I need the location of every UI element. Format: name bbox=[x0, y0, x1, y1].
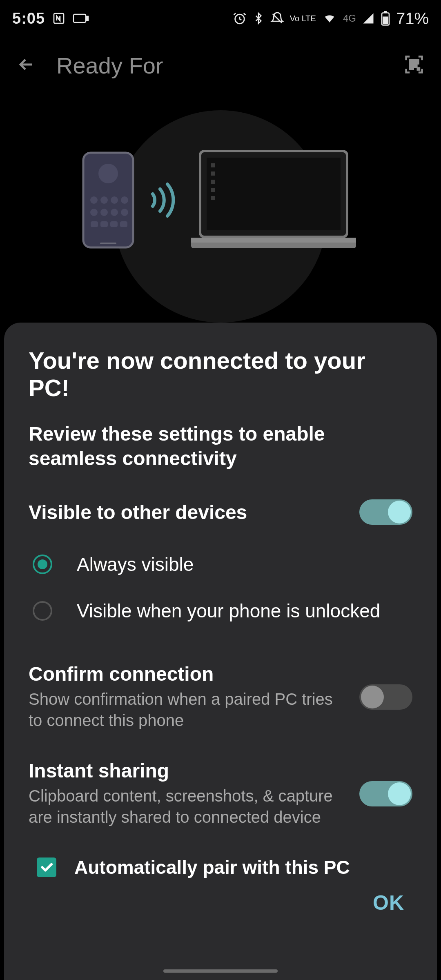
bluetooth-icon bbox=[252, 11, 265, 25]
svg-point-17 bbox=[121, 196, 128, 204]
volte-icon: Vo LTE bbox=[290, 15, 316, 22]
svg-rect-25 bbox=[120, 221, 127, 227]
svg-rect-8 bbox=[415, 60, 419, 64]
svg-rect-22 bbox=[91, 221, 98, 227]
radio-icon bbox=[33, 601, 52, 621]
app-bar: Ready For bbox=[0, 37, 441, 94]
battery-percent: 71% bbox=[396, 9, 429, 28]
dnd-icon bbox=[270, 11, 284, 25]
volte-text: Vo LTE bbox=[290, 15, 316, 22]
back-icon[interactable] bbox=[16, 55, 36, 76]
status-time: 5:05 bbox=[12, 10, 45, 27]
visible-label: Visible to other devices bbox=[29, 501, 247, 523]
instant-toggle[interactable] bbox=[359, 781, 412, 806]
battery-icon bbox=[381, 11, 390, 26]
checkbox-icon bbox=[37, 858, 56, 877]
radio-icon bbox=[33, 555, 52, 574]
svg-rect-1 bbox=[74, 14, 86, 22]
svg-rect-29 bbox=[211, 163, 215, 167]
svg-point-15 bbox=[100, 196, 108, 204]
autopair-row[interactable]: Automatically pair with this PC bbox=[29, 856, 412, 878]
svg-rect-31 bbox=[211, 180, 215, 184]
svg-rect-10 bbox=[415, 65, 416, 67]
battery-saver-icon bbox=[73, 13, 89, 24]
svg-point-13 bbox=[98, 164, 118, 183]
hero-illustration bbox=[0, 94, 441, 306]
svg-rect-24 bbox=[110, 221, 118, 227]
keyboard-icon bbox=[52, 12, 65, 25]
svg-rect-11 bbox=[418, 68, 419, 70]
svg-rect-2 bbox=[87, 16, 88, 20]
svg-point-16 bbox=[111, 196, 118, 204]
svg-point-14 bbox=[90, 196, 98, 204]
confirm-desc: Show confirmation when a paired PC tries… bbox=[29, 688, 347, 731]
svg-point-20 bbox=[111, 209, 118, 216]
confirm-toggle[interactable] bbox=[359, 684, 412, 710]
qr-scan-icon[interactable] bbox=[403, 54, 425, 77]
visibility-radio-group: Always visible Visible when your phone i… bbox=[29, 541, 412, 634]
svg-rect-28 bbox=[207, 158, 341, 230]
network-label: 4G bbox=[343, 13, 356, 24]
svg-rect-5 bbox=[384, 11, 387, 13]
phone-icon bbox=[82, 151, 135, 249]
radio-visible-when-unlocked[interactable]: Visible when your phone is unlocked bbox=[29, 588, 412, 634]
svg-point-18 bbox=[90, 209, 98, 216]
instant-label: Instant sharing bbox=[29, 760, 347, 782]
laptop-icon bbox=[188, 147, 359, 253]
app-title: Ready For bbox=[56, 52, 383, 79]
svg-rect-23 bbox=[100, 221, 108, 227]
instant-desc: Clipboard content, screenshots, & captur… bbox=[29, 785, 347, 828]
signal-icon bbox=[362, 12, 375, 24]
cast-waves-icon bbox=[147, 182, 176, 218]
svg-rect-6 bbox=[383, 17, 388, 24]
nav-handle[interactable] bbox=[163, 969, 278, 973]
autopair-label: Automatically pair with this PC bbox=[74, 856, 350, 878]
sheet-subtitle: Review these settings to enable seamless… bbox=[29, 422, 412, 471]
svg-point-19 bbox=[100, 209, 108, 216]
ok-button[interactable]: OK bbox=[373, 891, 404, 915]
connection-sheet: You're now connected to your PC! Review … bbox=[4, 323, 437, 980]
svg-rect-26 bbox=[100, 243, 116, 244]
svg-rect-9 bbox=[410, 65, 413, 69]
svg-rect-35 bbox=[191, 238, 356, 243]
wifi-icon bbox=[322, 12, 337, 24]
alarm-icon bbox=[233, 11, 247, 25]
svg-rect-33 bbox=[211, 196, 215, 200]
svg-rect-32 bbox=[211, 188, 215, 192]
sheet-title: You're now connected to your PC! bbox=[29, 347, 412, 401]
visible-toggle[interactable] bbox=[359, 499, 412, 525]
confirm-label: Confirm connection bbox=[29, 663, 347, 685]
status-bar: 5:05 Vo LTE 4G bbox=[0, 0, 441, 37]
svg-rect-7 bbox=[410, 60, 413, 64]
radio-label: Visible when your phone is unlocked bbox=[77, 600, 380, 622]
svg-rect-30 bbox=[211, 172, 215, 176]
svg-point-21 bbox=[121, 209, 128, 216]
radio-always-visible[interactable]: Always visible bbox=[29, 541, 412, 588]
radio-label: Always visible bbox=[77, 553, 194, 575]
